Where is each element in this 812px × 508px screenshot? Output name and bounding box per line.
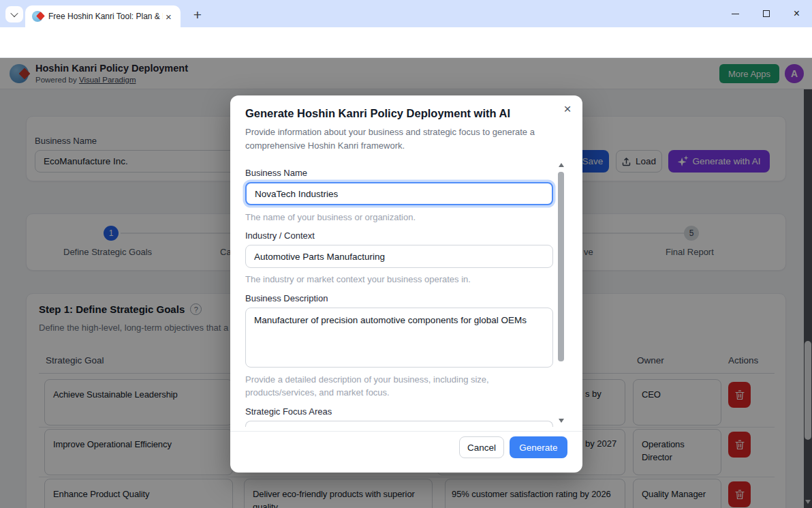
dialog-footer-divider	[230, 431, 582, 432]
dialog-subtitle: Provide information about your business …	[245, 125, 553, 152]
window-maximize-button[interactable]	[751, 0, 781, 27]
dialog-scroll-up-icon[interactable]	[559, 163, 564, 167]
industry-input[interactable]	[245, 245, 553, 268]
maximize-icon	[763, 10, 770, 17]
browser-tab[interactable]: Free Hoshin Kanri Tool: Plan & E ×	[25, 5, 181, 27]
industry-helper: The industry or market context your busi…	[245, 273, 471, 286]
cancel-button[interactable]: Cancel	[459, 436, 504, 458]
browser-window: Free Hoshin Kanri Tool: Plan & E × + × ←…	[0, 0, 812, 508]
minimize-icon	[732, 14, 739, 14]
dialog-scrollbar-thumb[interactable]	[558, 172, 564, 361]
new-tab-button[interactable]: +	[188, 5, 207, 25]
description-textarea[interactable]: Manufacturer of precision automotive com…	[245, 308, 553, 368]
window-close-button[interactable]: ×	[781, 0, 812, 27]
tab-search-button[interactable]	[5, 6, 23, 23]
window-minimize-button[interactable]	[720, 0, 751, 27]
focus-areas-input-partial[interactable]	[245, 421, 553, 427]
business-name-input[interactable]	[245, 182, 553, 205]
dialog-close-icon[interactable]: ×	[560, 102, 575, 117]
dialog-scroll-down-icon[interactable]	[559, 419, 564, 423]
business-name-label: Business Name	[245, 168, 307, 178]
description-helper: Provide a detailed description of your b…	[245, 374, 518, 400]
tab-close-icon[interactable]: ×	[166, 12, 172, 22]
description-label: Business Description	[245, 293, 328, 303]
generate-button[interactable]: Generate	[510, 436, 567, 458]
site-favicon-icon	[32, 11, 43, 22]
industry-label: Industry / Context	[245, 230, 315, 241]
dialog-title: Generate Hoshin Kanri Policy Deployment …	[245, 107, 510, 120]
generate-ai-dialog: Generate Hoshin Kanri Policy Deployment …	[230, 95, 582, 473]
business-name-helper: The name of your business or organizatio…	[245, 211, 416, 224]
chevron-down-icon	[10, 10, 18, 17]
browser-titlebar: Free Hoshin Kanri Tool: Plan & E × + ×	[0, 0, 812, 27]
focus-areas-label: Strategic Focus Areas	[245, 406, 332, 417]
browser-toolbar: ← → ↻ ai-toolbox.visual-paradigm.com/app…	[0, 27, 812, 58]
tab-title: Free Hoshin Kanri Tool: Plan & E	[48, 12, 163, 21]
